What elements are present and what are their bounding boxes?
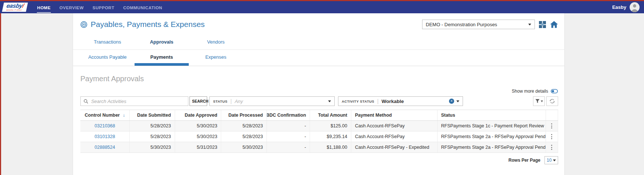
cell-total_amount: $9,235.14 [310, 131, 351, 142]
divider: | [230, 98, 232, 104]
refresh-button[interactable] [546, 96, 558, 106]
payment-approvals-table: Control Number↓Date SubmittedDate Approv… [80, 110, 558, 153]
table-row: 031013285/28/20235/30/20235/28/2023-$9,2… [80, 131, 558, 142]
activity-status-select[interactable]: ACTIVITY STATUS | Workable × [338, 96, 463, 106]
cell-bdc_confirmation: - [267, 142, 310, 152]
refresh-icon [550, 99, 555, 104]
primary-tabs: Transactions Approvals Vendors [73, 39, 564, 50]
chevron-down-icon [456, 100, 459, 102]
cell-payment_method: Cash Account-RFSePay [351, 131, 438, 142]
cell-status: RFSPayments Stage 1c - Payment Report Re… [438, 121, 546, 131]
clear-filter-icon[interactable]: × [449, 99, 454, 104]
divider: | [377, 98, 379, 104]
dot [551, 123, 552, 124]
column-header-actions[interactable] [546, 110, 558, 120]
secondary-tabs: Accounts Payable Payments Expenses [73, 50, 564, 66]
dot [551, 147, 552, 148]
table-body: 032103685/28/20235/30/20235/28/2023-$125… [80, 121, 558, 153]
control-number-link[interactable]: 02888524 [95, 145, 115, 150]
home-icon[interactable] [550, 21, 558, 28]
column-header-label: Status [441, 113, 455, 118]
cell-date_submitted: 5/30/2023 [130, 142, 175, 152]
column-header-total_amount[interactable]: Total Amount [310, 110, 351, 120]
nav-item-overview[interactable]: OVERVIEW [59, 2, 84, 13]
column-header-label: Date Submitted [137, 113, 171, 118]
user-avatar[interactable] [630, 2, 640, 12]
tab-vendors[interactable]: Vendors [189, 39, 243, 49]
page-title: Payables, Payments & Expenses [80, 20, 205, 29]
column-header-label: Payment Method [355, 113, 392, 118]
cell-date_submitted: 5/28/2023 [130, 121, 175, 131]
top-navbar: easby/ MAKES IT EASY HOME OVERVIEW SUPPO… [0, 1, 644, 13]
chevron-down-icon [541, 100, 543, 102]
column-header-status[interactable]: Status [438, 110, 546, 120]
column-header-label: BDC Confirmation [267, 113, 306, 118]
control-number-link[interactable]: 03210368 [95, 123, 115, 128]
chevron-down-icon [328, 100, 331, 102]
activity-status-value: Workable [382, 99, 404, 104]
column-header-label: Total Amount [318, 113, 347, 118]
section-heading: Payment Approvals [80, 75, 558, 83]
column-header-payment_method[interactable]: Payment Method [351, 110, 438, 120]
cell-date_approved: 5/30/2023 [175, 121, 222, 131]
tab-accounts-payable[interactable]: Accounts Payable [80, 54, 135, 66]
show-more-details-label[interactable]: Show more details [512, 89, 548, 94]
cell-total_amount: $1,188.00 [310, 142, 351, 152]
column-header-control_number[interactable]: Control Number↓ [80, 110, 130, 120]
user-name: Easby [612, 4, 626, 10]
search-input[interactable] [90, 98, 185, 104]
column-header-date_submitted[interactable]: Date Submitted [130, 110, 175, 120]
person-icon [630, 2, 640, 12]
kebab-menu-icon[interactable] [550, 123, 554, 128]
toggle-off-icon[interactable] [551, 89, 558, 93]
column-header-bdc_confirmation[interactable]: BDC Confirmation [267, 110, 310, 120]
dot [551, 149, 552, 150]
cell-total_amount: $125.00 [310, 121, 351, 131]
tab-payments[interactable]: Payments [135, 54, 189, 66]
funnel-icon [535, 99, 540, 103]
main-navigation: HOME OVERVIEW SUPPORT COMMUNICATION [33, 1, 167, 13]
rows-per-page-label: Rows Per Page [508, 158, 540, 163]
kebab-menu-icon[interactable] [550, 145, 554, 150]
cell-date_submitted: 5/28/2023 [130, 131, 175, 142]
column-header-label: Date Processed [228, 113, 263, 118]
cell-payment_method: Cash Account-RFSePay - Expedited [351, 142, 438, 152]
status-select[interactable]: STATUS | Any [209, 96, 335, 106]
control-number-link[interactable]: 03101328 [95, 134, 115, 139]
user-menu[interactable]: Easby [612, 2, 640, 12]
logo-text: easby/ [6, 3, 24, 9]
nav-item-home[interactable]: HOME [37, 2, 51, 13]
page-title-text: Payables, Payments & Expenses [91, 20, 205, 29]
cell-date_approved: 5/30/2023 [175, 131, 222, 142]
row-actions-cell [546, 121, 558, 131]
row-actions-cell [546, 131, 558, 142]
workspace-select-value: DEMO - Demonstration Purposes [426, 22, 497, 27]
rows-per-page-select[interactable]: 10 [544, 156, 558, 164]
active-tab-indicator [135, 63, 189, 66]
cell-control-number: 02888524 [80, 142, 130, 152]
tab-expenses[interactable]: Expenses [189, 54, 243, 66]
easby-logo[interactable]: easby/ MAKES IT EASY [2, 3, 28, 12]
tab-approvals[interactable]: Approvals [135, 39, 189, 49]
workspace-select[interactable]: DEMO - Demonstration Purposes [422, 20, 535, 29]
search-icon [84, 99, 88, 104]
table-header-row: Control Number↓Date SubmittedDate Approv… [80, 110, 558, 121]
window-left-edge [0, 13, 1, 175]
filter-button[interactable] [533, 96, 545, 106]
tab-transactions[interactable]: Transactions [80, 39, 135, 49]
grid-layout-icon[interactable] [539, 21, 546, 28]
column-header-date_processed[interactable]: Date Processed [221, 110, 267, 120]
cell-date_processed: 5/28/2023 [221, 131, 267, 142]
cell-date_approved: 5/31/2023 [175, 142, 222, 152]
kebab-menu-icon[interactable] [550, 134, 554, 139]
column-header-label: Date Approved [185, 113, 217, 118]
nav-item-communication[interactable]: COMMUNICATION [123, 2, 163, 13]
row-actions-cell [546, 142, 558, 152]
search-button[interactable]: SEARCH [189, 96, 207, 106]
table-row: 032103685/28/20235/30/20235/28/2023-$125… [80, 121, 558, 131]
nav-item-support[interactable]: SUPPORT [92, 2, 115, 13]
cell-date_processed: 5/30/2023 [221, 142, 267, 152]
cell-date_processed: 5/28/2023 [221, 121, 267, 131]
dot [551, 136, 552, 137]
column-header-date_approved[interactable]: Date Approved [175, 110, 222, 120]
